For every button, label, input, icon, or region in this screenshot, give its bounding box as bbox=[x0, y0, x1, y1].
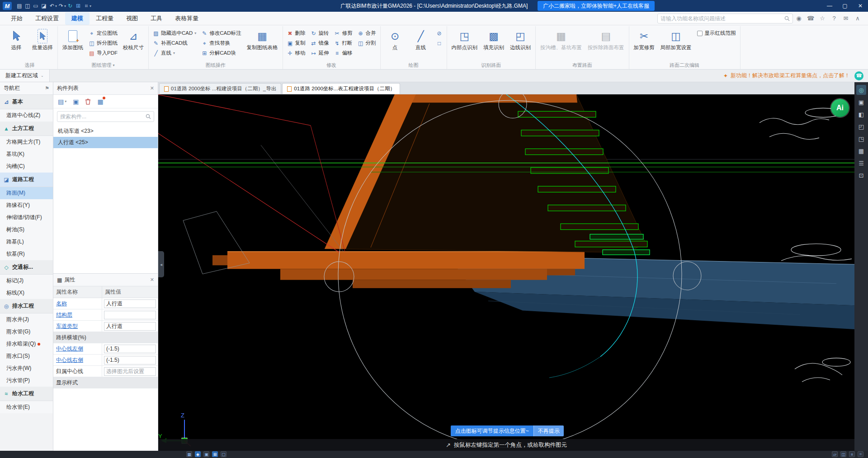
assistant-callout[interactable]: 广小二搬家啦，立即体验智能+人工在线客服 bbox=[538, 1, 655, 11]
nav-item-sewage-well[interactable]: 污水井(W) bbox=[0, 362, 53, 374]
ortho-toggle-button[interactable]: ⊘ bbox=[434, 28, 444, 38]
ai-assistant-button[interactable]: Ai bbox=[831, 99, 849, 117]
line-draw-button[interactable]: ╱ 直线 bbox=[409, 28, 433, 52]
open-file-icon[interactable]: ▭ bbox=[32, 3, 40, 9]
status-tool-3[interactable]: ▣ bbox=[203, 451, 209, 457]
corner-view-icon[interactable]: ◰ bbox=[856, 122, 866, 131]
favorite-icon[interactable]: ☆ bbox=[816, 15, 828, 22]
status-tool-9[interactable]: ⌗ bbox=[858, 451, 863, 457]
property-value-input[interactable]: 选择图元后设置 bbox=[104, 367, 156, 376]
tab-tools[interactable]: 工具 bbox=[144, 12, 169, 25]
nav-section-traffic[interactable]: ◇交通标... bbox=[0, 260, 53, 275]
edit-cad-dim-button[interactable]: ✎修改CAD标注 bbox=[199, 28, 243, 38]
property-value-input[interactable]: (-1.5) bbox=[104, 345, 156, 353]
tab-quantities[interactable]: 工程量 bbox=[90, 12, 120, 25]
nav-section-drainage[interactable]: ◎排水工程 bbox=[0, 299, 53, 313]
nav-item-expansion-joint[interactable]: 伸缩缝/切缝(F) bbox=[0, 211, 53, 224]
help-icon[interactable]: ? bbox=[828, 15, 840, 22]
minimize-button[interactable]: — bbox=[822, 0, 837, 12]
split-drawing-button[interactable]: ◫拆分图纸 bbox=[87, 38, 119, 48]
move-button[interactable]: ✛移动 bbox=[285, 48, 307, 58]
nav-item-tree-pool[interactable]: 树池(S) bbox=[0, 224, 53, 236]
component-search-input[interactable] bbox=[60, 113, 144, 120]
component-item-motorway[interactable]: 机动车道 <23> bbox=[53, 126, 158, 137]
status-tool-6[interactable]: ▱ bbox=[832, 451, 838, 457]
nav-item-rain-inlet[interactable]: 雨水口(S) bbox=[0, 350, 53, 362]
nav-section-earthwork[interactable]: ▲土方工程 bbox=[0, 122, 53, 136]
nav-item-trench[interactable]: 沟槽(C) bbox=[0, 160, 53, 173]
line-tool-button[interactable]: ╱直线▾ bbox=[151, 48, 198, 58]
user-icon[interactable]: ◉ bbox=[793, 15, 805, 22]
fill-recognize-button[interactable]: ▩ 填充识别 bbox=[481, 28, 506, 52]
search-input[interactable] bbox=[660, 15, 783, 22]
snap-toggle-button[interactable]: □ bbox=[434, 38, 444, 48]
status-tool-1[interactable]: ▦ bbox=[186, 451, 192, 457]
maximize-button[interactable]: ▢ bbox=[837, 0, 853, 12]
copy-component-button[interactable]: ▣ bbox=[73, 98, 79, 105]
select-button[interactable]: 选择 bbox=[4, 28, 28, 52]
measure-view-icon[interactable]: ⊡ bbox=[856, 170, 866, 180]
nav-section-basic[interactable]: ⊿基本 bbox=[0, 95, 53, 109]
new-component-button[interactable]: ▤▾ bbox=[58, 98, 66, 105]
nav-item-subgrade[interactable]: 路基(L) bbox=[0, 236, 53, 248]
dont-remind-button[interactable]: 不再提示 bbox=[533, 425, 564, 436]
feature-notice[interactable]: ✦ 新功能！解决市政暗渠工程算量痛点，点击了解！ bbox=[723, 72, 850, 79]
solid-view-icon[interactable]: ▣ bbox=[856, 97, 866, 107]
show-redline-checkbox[interactable]: 显示红线范围 bbox=[695, 28, 738, 38]
trim-button[interactable]: ✂修剪 bbox=[332, 28, 354, 38]
delete-component-button[interactable] bbox=[85, 98, 91, 105]
nav-item-pit[interactable]: 基坑(K) bbox=[0, 148, 53, 160]
nav-item-pavement[interactable]: 路面(M) bbox=[0, 187, 53, 199]
nav-item-rain-well[interactable]: 雨水井(J) bbox=[0, 313, 53, 326]
save-icon[interactable]: ◫ bbox=[24, 3, 32, 9]
property-value-input[interactable]: 人行道 bbox=[104, 322, 156, 331]
find-replace-button[interactable]: ⌖查找替换 bbox=[199, 38, 243, 48]
box-view-icon[interactable]: ◳ bbox=[856, 134, 866, 144]
status-tool-2[interactable]: ◈ bbox=[195, 451, 201, 457]
merge-button[interactable]: ⊕合并 bbox=[356, 28, 378, 38]
extend-button[interactable]: ↦延伸 bbox=[309, 48, 331, 58]
feedback-icon[interactable]: ✉ bbox=[840, 15, 852, 22]
collapse-ribbon-icon[interactable]: ∧ bbox=[852, 15, 863, 22]
locate-drawing-button[interactable]: ⌖定位图纸 bbox=[87, 28, 119, 38]
nav-section-road[interactable]: ◪道路工程 bbox=[0, 173, 53, 187]
pin-icon[interactable]: ⚑ bbox=[45, 85, 49, 91]
widen-trim-button[interactable]: ✂ 加宽修剪 bbox=[632, 28, 657, 52]
point-tool-button[interactable]: ⊙ 点 bbox=[383, 28, 407, 52]
save-all-icon[interactable]: ◪ bbox=[40, 3, 48, 9]
panel-collapse-handle[interactable]: ◂ bbox=[158, 251, 164, 277]
locate-view-icon[interactable]: ◎ bbox=[856, 85, 866, 95]
nav-item-sewage-pipe[interactable]: 污水管(P) bbox=[0, 374, 53, 387]
inner-point-recognize-button[interactable]: ◳ 内部点识别 bbox=[449, 28, 480, 52]
status-tool-5[interactable]: ▢ bbox=[221, 451, 226, 457]
calculator-icon[interactable]: ⊞ bbox=[74, 3, 82, 9]
component-item-sidewalk[interactable]: 人行道 <25> bbox=[53, 137, 158, 148]
redraw-cad-line-button[interactable]: ✎补画CAD线 bbox=[151, 38, 198, 48]
property-value-input[interactable] bbox=[104, 311, 156, 319]
nav-item-soft-base[interactable]: 软基(R) bbox=[0, 248, 53, 260]
property-group-crown-slope[interactable]: 路拱横坡(%) bbox=[53, 332, 158, 343]
function-search[interactable] bbox=[657, 14, 793, 23]
rotate-button[interactable]: ↻旋转 bbox=[309, 28, 331, 38]
copy-sheet-table-button[interactable]: ▦ 复制图纸表格 bbox=[245, 28, 280, 52]
cad-viewport[interactable]: Z Y bbox=[158, 94, 854, 451]
component-search[interactable] bbox=[57, 111, 154, 122]
status-tool-4[interactable]: ⊞ bbox=[212, 451, 218, 457]
section-view-icon[interactable]: ◧ bbox=[856, 109, 866, 119]
mirror-button[interactable]: ⇄镜像 bbox=[309, 38, 331, 48]
nav-item-marking[interactable]: 标线(X) bbox=[0, 287, 53, 299]
nav-item-marker[interactable]: 标记(J) bbox=[0, 275, 53, 287]
status-tool-7[interactable]: ◫ bbox=[840, 451, 846, 457]
tab-modeling[interactable]: 建模 bbox=[65, 12, 90, 25]
tab-table-calc[interactable]: 表格算量 bbox=[169, 12, 205, 25]
new-file-icon[interactable]: ▤ bbox=[15, 3, 24, 9]
project-region-dropdown[interactable]: 新建工程区域 ⌄ bbox=[0, 70, 50, 82]
nav-item-culvert[interactable]: 排水暗渠(Q) bbox=[0, 338, 53, 350]
nav-item-grid-earthwork[interactable]: 方格网土方(T) bbox=[0, 136, 53, 148]
copy-button[interactable]: ▣复制 bbox=[285, 38, 307, 48]
service-icon[interactable]: ☎ bbox=[805, 15, 816, 22]
doc-tab-1[interactable]: 01道路 2000坐标 ...程建设项目（二期）_导出 bbox=[159, 83, 281, 94]
checkbox-icon[interactable] bbox=[697, 31, 703, 36]
offset-button[interactable]: ≡偏移 bbox=[332, 48, 354, 58]
nav-item-road-centerline[interactable]: 道路中心线(Z) bbox=[0, 109, 53, 122]
